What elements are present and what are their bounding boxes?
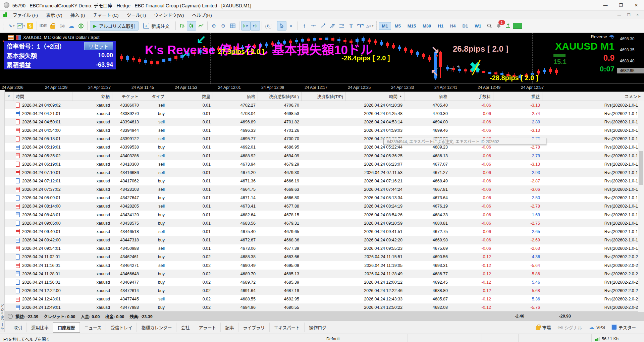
economic-news-icon[interactable] [503,21,513,31]
candlestick-mode-icon[interactable] [187,21,196,31]
fibonacci-tool-icon[interactable] [337,21,346,31]
menu-ツール(T)[interactable]: ツール(T) [123,12,150,18]
screenshot-icon[interactable] [264,21,273,31]
panel-reset-button[interactable]: リセット [84,42,113,50]
history-row[interactable]: 2026.04.24 07:37:02xauusd43423103sell0.0… [4,185,644,194]
horizontal-line-tool-icon[interactable] [309,21,318,31]
history-row[interactable]: 2026.04.24 09:42:00xauusd43447318buy0.01… [4,236,644,244]
history-row[interactable]: 2026.04.24 11:02:01xauusd43462461buy0.02… [4,253,644,261]
column-header[interactable]: 決済逆指値(S/L) [258,92,302,101]
tab-ニュース[interactable]: ニュース [80,323,106,332]
tile-windows-icon[interactable] [228,21,237,31]
history-row[interactable]: 2026.04.24 06:19:01xauusd43410300sell0.0… [4,160,644,168]
column-header[interactable]: 時間▲ [346,92,405,101]
service-tester[interactable]: テスター [612,324,636,331]
menu-表示 (V)[interactable]: 表示 (V) [42,12,66,18]
algo-trading-button[interactable]: ▶ アルゴリズム取引 [90,21,139,31]
signals-icon[interactable]: ((●)) [57,21,67,31]
column-header[interactable]: 価格 [405,92,450,101]
column-header[interactable]: 損益 [493,92,542,101]
history-row[interactable]: 2026.04.24 07:12:01xauusd43417062buy0.01… [4,177,644,185]
timeframe-D1[interactable]: D1 [460,22,471,30]
text-label-tool-icon[interactable]: ⌜T⌝ [356,21,365,31]
chart-minimize-button[interactable]: — [618,13,621,17]
collapse-icon[interactable]: − [8,314,13,319]
menu-ファイル (F)[interactable]: ファイル (F) [9,12,42,18]
history-row[interactable]: 2026.04.24 04:21:01xauusd43389270buy0.01… [4,109,644,118]
history-row[interactable]: 2026.04.24 09:40:01xauusd43446518sell0.0… [4,227,644,236]
menu-ヘルプ(H)[interactable]: ヘルプ(H) [188,12,216,18]
history-row[interactable]: 2026.04.24 11:16:01xauusd43464271sell0.0… [4,261,644,270]
column-header[interactable]: 数量 [167,92,213,101]
chart-window[interactable]: XAUUSD, M1: Gold vs US Dollar / Spot 倍率番… [0,33,644,83]
new-order-button[interactable]: + 新規注文 [140,21,173,31]
auto-scroll-icon[interactable] [241,21,251,31]
history-row[interactable]: 2026.04.24 04:09:02xauusd43386070sell0.0… [4,101,644,109]
timeframe-M30[interactable]: M30 [420,22,434,30]
history-row[interactable]: 2026.04.24 09:05:00xauusd43438575buy0.01… [4,219,644,227]
column-header[interactable]: チケット [112,92,141,101]
chart-restore-button[interactable]: ❐ [627,13,631,17]
text-tool-icon[interactable]: T [346,21,356,31]
menu-ウィンドウ(W)[interactable]: ウィンドウ(W) [150,12,188,18]
history-row[interactable]: 2026.04.24 12:49:01xauusd43477983buy0.02… [4,303,644,312]
column-header[interactable]: タイプ [141,92,167,101]
zoom-out-icon[interactable]: ⊖ [219,21,228,31]
tab-受信トレイ[interactable]: 受信トレイ [106,323,137,332]
zoom-in-icon[interactable]: ⊕ [209,21,219,31]
tab-指標カレンダー[interactable]: 指標カレンダー [137,323,176,332]
vertical-line-tool-icon[interactable] [300,21,309,31]
menu-挿入 (I)[interactable]: 挿入 (I) [66,12,89,18]
timeframe-M1[interactable]: M1 [379,22,391,30]
column-header[interactable]: コメント [542,92,644,101]
trendline-tool-icon[interactable] [318,21,328,31]
service-vps[interactable]: ☁ VPS [589,324,605,331]
metaeditor-ide-button[interactable]: IDE [39,21,48,31]
timeframe-M5[interactable]: M5 [392,22,404,30]
history-row[interactable]: 2026.04.24 11:28:01xauusd43466648buy0.02… [4,270,644,278]
history-row[interactable]: 2026.04.24 12:22:00xauusd43472614buy0.02… [4,286,644,295]
history-row[interactable]: 2026.04.24 05:35:02xauusd43403286sell0.0… [4,152,644,160]
tab-ライブラリ[interactable]: ライブラリ [238,323,269,332]
chart-close-button[interactable]: × [637,13,639,17]
tab-取引[interactable]: 取引 [9,323,27,332]
close-button[interactable]: ✕ [629,0,644,10]
minimize-button[interactable]: — [598,0,613,10]
history-row[interactable]: 2026.04.24 05:19:01xauusd43399538buy0.01… [4,143,644,152]
history-row[interactable]: 2026.04.24 07:10:01xauusd43416686sell0.0… [4,168,644,177]
timeframe-M15[interactable]: M15 [405,22,419,30]
maximize-button[interactable]: ❐ [613,0,629,10]
shapes-tool-icon[interactable]: △○▾ [365,21,375,31]
crosshair-tool-icon[interactable] [286,21,296,31]
timeframe-H1[interactable]: H1 [435,22,446,30]
chart-objects-icon[interactable]: ∿▾ [7,21,16,31]
tab-口座履歴[interactable]: 口座履歴 [53,323,80,332]
channel-tool-icon[interactable] [328,21,337,31]
chart-shift-icon[interactable] [251,21,260,31]
tab-記事[interactable]: 記事 [221,323,238,332]
column-header[interactable]: 価格 [213,92,258,101]
bar-chart-mode-icon[interactable] [177,21,187,31]
market-store-icon[interactable] [48,21,57,31]
service-market[interactable]: 市場 [536,324,551,331]
column-header[interactable]: 銘柄 [72,92,112,101]
tab-エキスパート[interactable]: エキスパート [270,323,305,332]
cursor-tool-icon[interactable] [277,21,286,31]
tab-会社[interactable]: 会社 [176,323,194,332]
time-axis[interactable]: 24 Apr 202624 Apr 11:2924 Apr 11:3724 Ap… [0,83,644,92]
history-row[interactable]: 2026.04.24 08:09:01xauusd43427647buy0.01… [4,194,644,202]
line-chart-mode-icon[interactable] [196,21,206,31]
history-row[interactable]: 2026.04.24 05:18:01xauusd43399122sell0.0… [4,135,644,143]
table-scrollbar[interactable] [638,101,644,312]
search-icon[interactable] [485,21,494,31]
history-row[interactable]: 2026.04.24 04:54:00xauusd43394944sell0.0… [4,126,644,134]
price-scale[interactable]: 4698.304693.354688.404682.95 [617,33,644,83]
history-row[interactable]: 2026.04.24 12:43:01xauusd43477445sell0.0… [4,295,644,303]
column-header[interactable]: 決済指値(T/P) [302,92,346,101]
indicators-icon[interactable]: ▾ [16,21,25,31]
tab-運用比率[interactable]: 運用比率 [27,323,53,332]
chart-plot[interactable]: XAUUSD, M1: Gold vs US Dollar / Spot 倍率番… [0,33,617,83]
community-icon[interactable] [76,21,86,31]
market-watch-dollar-icon[interactable]: $ [25,21,35,31]
tab-操作ログ[interactable]: 操作ログ [305,323,331,332]
